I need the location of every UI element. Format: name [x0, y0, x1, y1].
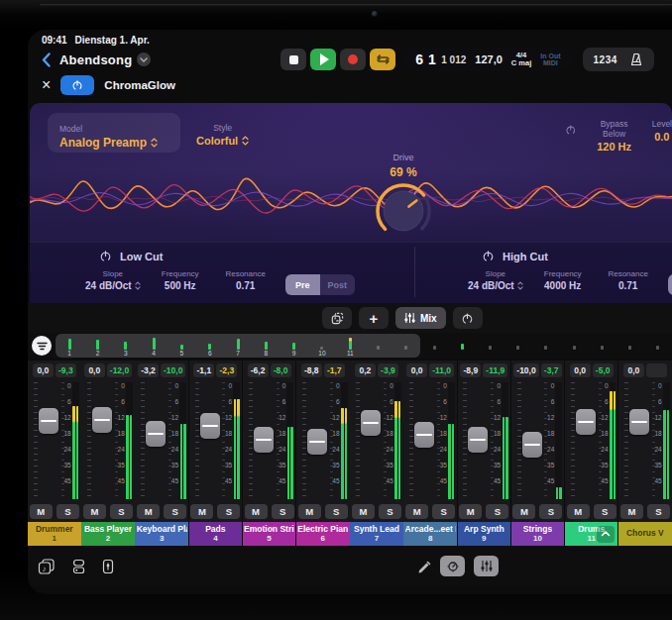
track-tab[interactable]: Emotion Strings5 [243, 522, 296, 546]
metronome-icon[interactable] [629, 52, 643, 66]
fader-handle[interactable] [92, 407, 112, 433]
pan-value[interactable]: -1,1 [193, 363, 214, 377]
track-tab[interactable]: Arp Synth9 [458, 522, 511, 546]
solo-button[interactable]: S [164, 504, 186, 519]
level-value[interactable]: -3,7 [541, 363, 562, 377]
fader-handle[interactable] [576, 409, 596, 435]
navigator-window[interactable]: 1234567891011 [56, 334, 420, 358]
solo-button[interactable]: S [217, 504, 240, 519]
high-cut-slope[interactable]: Slope 24 dB/Oct [468, 269, 523, 291]
project-title[interactable]: Abendsong [59, 52, 132, 67]
fader-track[interactable] [414, 382, 434, 499]
drive-knob[interactable] [374, 181, 433, 241]
mute-button[interactable]: M [298, 504, 321, 519]
level-value[interactable]: -8,0 [271, 363, 291, 377]
back-button[interactable] [36, 50, 56, 69]
fader-track[interactable] [629, 382, 649, 499]
solo-button[interactable]: S [110, 504, 133, 519]
fader-handle[interactable] [39, 408, 58, 434]
fader-handle[interactable] [361, 410, 381, 436]
record-button[interactable] [340, 49, 366, 70]
track-tab[interactable]: Bass Player2 [81, 522, 135, 546]
solo-button[interactable]: S [325, 504, 348, 519]
level-value[interactable]: -3,9 [378, 363, 398, 377]
level-value[interactable]: -12,0 [107, 363, 132, 377]
mute-button[interactable]: M [459, 504, 482, 519]
mixer-view-button[interactable] [474, 556, 499, 576]
lcd-display[interactable]: 6 1 1 012 127,0 4/4 C maj In Out MIDI [405, 48, 570, 71]
fader-track[interactable] [576, 382, 596, 499]
mute-button[interactable]: M [190, 504, 213, 519]
mute-button[interactable]: M [405, 504, 428, 519]
mute-button[interactable]: M [567, 504, 590, 519]
track-tab[interactable]: Strings10 [511, 522, 565, 546]
pan-value[interactable]: -3,2 [138, 363, 159, 377]
pan-value[interactable]: 0,0 [84, 363, 105, 377]
pan-value[interactable]: 0,0 [406, 363, 427, 377]
play-button[interactable] [310, 49, 336, 70]
smart-controls-button[interactable] [440, 556, 465, 576]
low-cut-resonance[interactable]: Resonance 0.71 [220, 269, 272, 291]
pan-value[interactable]: 0,2 [355, 363, 376, 377]
mute-button[interactable]: M [137, 504, 160, 519]
add-track-button[interactable]: + [359, 307, 389, 329]
solo-button[interactable]: S [272, 504, 294, 519]
fader-track[interactable] [200, 382, 220, 499]
solo-button[interactable]: S [594, 504, 616, 519]
level-value[interactable]: -11,0 [429, 363, 454, 377]
modules-icon[interactable] [71, 559, 86, 574]
fader-handle[interactable] [254, 427, 274, 453]
pan-value[interactable]: 0,0 [570, 363, 591, 377]
pencil-icon[interactable] [416, 559, 431, 573]
fader-handle[interactable] [468, 427, 488, 453]
level-value[interactable]: -11,9 [483, 363, 507, 377]
cycle-button[interactable] [370, 49, 395, 70]
level-value[interactable]: -2,3 [216, 363, 237, 377]
low-cut-frequency[interactable]: Frequency 500 Hz [155, 269, 206, 291]
fader-track[interactable] [39, 382, 58, 499]
filter-button[interactable] [32, 336, 52, 356]
mute-button[interactable]: M [512, 504, 535, 519]
track-tab[interactable]: Synth Lead7 [350, 522, 403, 546]
fader-handle[interactable] [522, 432, 542, 458]
project-menu-button[interactable] [137, 52, 151, 66]
fader-track[interactable] [307, 382, 327, 499]
solo-button[interactable]: S [647, 504, 670, 519]
pan-value[interactable]: -8,9 [460, 363, 481, 377]
high-cut-resonance[interactable]: Resonance 0.71 [603, 269, 654, 291]
low-cut-slope[interactable]: Slope 24 dB/Oct [85, 269, 141, 291]
level-control[interactable]: Level 0.0 [652, 119, 672, 143]
plugin-power-button[interactable] [60, 75, 94, 95]
mixer-power-button[interactable] [453, 307, 483, 329]
bypass-below-control[interactable]: Bypass Below 120 Hz [593, 119, 636, 153]
collapse-button[interactable] [597, 526, 615, 543]
level-value[interactable]: -1,7 [324, 363, 345, 377]
level-value[interactable]: -10,0 [161, 363, 185, 377]
level-value[interactable] [646, 363, 667, 377]
pan-value[interactable]: -8,8 [301, 363, 322, 377]
level-value[interactable]: -9,3 [56, 363, 76, 377]
fader-handle[interactable] [307, 429, 327, 455]
pan-value[interactable]: -10,0 [513, 363, 538, 377]
pan-value[interactable]: 0,0 [623, 363, 644, 377]
fader-handle[interactable] [146, 421, 166, 447]
duplicate-button[interactable] [322, 307, 352, 329]
fader-track[interactable] [92, 382, 112, 499]
track-tab[interactable]: Chorus V [618, 522, 672, 546]
mute-button[interactable]: M [30, 504, 53, 519]
model-selector[interactable]: Model Analog Preamp [48, 113, 180, 153]
track-tab[interactable]: Pads4 [189, 522, 243, 546]
mute-button[interactable]: M [83, 504, 106, 519]
track-tab[interactable]: Arcade...eet Pad8 [403, 522, 457, 546]
pan-value[interactable]: -6,2 [248, 363, 269, 377]
track-tab[interactable]: Drums11 [565, 522, 618, 546]
fader-track[interactable] [254, 382, 274, 499]
mute-button[interactable]: M [620, 504, 643, 519]
high-cut-power-icon[interactable] [482, 250, 495, 262]
high-cut-frequency[interactable]: Frequency 4000 Hz [537, 269, 589, 291]
fader-track[interactable] [146, 382, 166, 499]
fader-handle[interactable] [200, 413, 220, 439]
loops-icon[interactable]: ♪ [38, 559, 56, 574]
track-tab[interactable]: Drummer1 [28, 522, 81, 546]
bypass-power-icon[interactable] [565, 123, 577, 137]
